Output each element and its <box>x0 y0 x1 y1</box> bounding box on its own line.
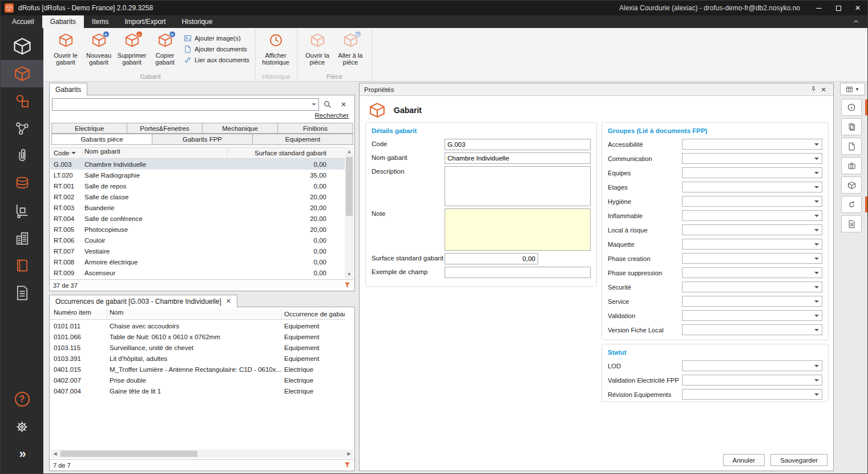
delete-gabarit-button[interactable]: − Supprimer gabarit <box>115 30 148 71</box>
minimize-button[interactable] <box>809 1 829 15</box>
category-tab[interactable]: Equipement <box>252 134 353 145</box>
gabarit-row[interactable]: LT.020 Salle Radiographie 35,00 <box>50 170 345 180</box>
gabarit-row[interactable]: RT.006 Couloir 0,00 <box>50 235 345 246</box>
group-dropdown[interactable] <box>682 182 822 192</box>
sidebar-item-logistics[interactable] <box>1 197 43 224</box>
group-dropdown[interactable] <box>682 210 822 221</box>
close-tab-icon[interactable]: ✕ <box>226 298 231 305</box>
search-input[interactable] <box>52 98 319 111</box>
maximize-button[interactable] <box>829 1 848 15</box>
gabarit-row[interactable]: RT.004 Salle de conférence 20,00 <box>50 213 345 224</box>
group-dropdown[interactable] <box>682 253 822 264</box>
sidebar-item-buildings[interactable] <box>1 224 43 252</box>
occurrences-panel-tab[interactable]: Occurrences de gabarit [G.003 - Chambre … <box>49 295 237 307</box>
category-tab[interactable]: Gabarits pièce <box>51 134 152 145</box>
new-gabarit-button[interactable]: + Nouveau gabarit <box>82 30 115 71</box>
ribbon-tab[interactable]: Accueil <box>4 15 42 28</box>
model-panel-button[interactable] <box>841 176 862 194</box>
occurrence-row[interactable]: 0407.004 Gaine tête de lit 1 Electrique <box>50 385 345 396</box>
copy-gabarit-button[interactable]: = Copier gabarit <box>148 30 181 71</box>
link-documents-button[interactable]: Lier aux documents <box>184 56 249 64</box>
layout-selector-button[interactable]: ▼ <box>840 83 865 95</box>
ribbon-tab[interactable]: Import/Export <box>116 15 173 28</box>
statut-dropdown[interactable] <box>682 375 822 385</box>
column-header-name[interactable]: Nom gabarit <box>82 148 228 158</box>
example-field[interactable] <box>445 267 591 278</box>
group-dropdown[interactable] <box>682 153 822 164</box>
sidebar-item-gabarits[interactable] <box>1 60 43 87</box>
surface-field[interactable] <box>445 253 538 264</box>
column-header-nom[interactable]: Nom <box>107 309 282 319</box>
gabarit-row[interactable]: RT.007 Vestiaire 0,00 <box>50 246 345 256</box>
gabarits-panel-tab[interactable]: Gabarits <box>49 83 87 95</box>
close-panel-button[interactable]: ✕ <box>818 85 829 95</box>
open-room-button[interactable]: Ouvrir la pièce <box>301 30 334 71</box>
group-dropdown[interactable] <box>682 224 822 235</box>
column-header-occurrence[interactable]: Occurrence de gabari... <box>282 311 345 318</box>
gabarit-row[interactable]: RT.003 Buanderie 20,00 <box>50 202 345 213</box>
group-dropdown[interactable] <box>682 196 822 207</box>
collapse-ribbon-icon[interactable] <box>849 17 863 27</box>
group-dropdown[interactable] <box>682 296 822 307</box>
statut-dropdown[interactable] <box>682 360 822 371</box>
group-dropdown[interactable] <box>682 167 822 178</box>
description-field[interactable] <box>445 166 591 206</box>
images-panel-button[interactable] <box>841 157 862 174</box>
gabarit-row[interactable]: RT.001 Salle de repos 0,00 <box>50 180 345 191</box>
sidebar-item-attachments[interactable] <box>1 142 43 170</box>
sidebar-item-documents[interactable] <box>1 279 43 307</box>
note-field[interactable] <box>445 208 591 251</box>
open-gabarit-button[interactable]: Ouvrir le gabarit <box>49 30 82 71</box>
gabarit-row[interactable]: G.003 Chambre Individuelle 0,00 <box>50 159 345 170</box>
category-tab[interactable]: Portes&Fenetres <box>127 123 203 134</box>
search-button[interactable] <box>320 98 335 111</box>
document-panel-button[interactable] <box>841 138 862 155</box>
sidebar-item-systems[interactable] <box>1 115 43 142</box>
scroll-left-icon[interactable]: ◀ <box>51 449 59 458</box>
filter-icon[interactable] <box>344 461 351 469</box>
add-images-button[interactable]: Ajouter image(s) <box>184 34 249 42</box>
group-dropdown[interactable] <box>682 267 822 278</box>
close-button[interactable]: ✕ <box>848 1 867 15</box>
show-history-button[interactable]: Afficher historique <box>259 30 292 71</box>
sync-panel-button[interactable] <box>841 196 862 213</box>
info-panel-button[interactable] <box>841 99 862 116</box>
column-header-code[interactable]: Code <box>50 148 82 158</box>
sidebar-item-home[interactable] <box>1 33 43 60</box>
ribbon-tab[interactable]: Historique <box>173 15 220 28</box>
add-documents-button[interactable]: Ajouter documents <box>184 45 249 53</box>
category-tab[interactable]: Electrique <box>51 123 127 134</box>
ribbon-tab[interactable]: Gabarits <box>42 15 84 28</box>
filter-icon[interactable] <box>344 282 351 289</box>
statut-dropdown[interactable] <box>682 389 822 400</box>
scrollbar-thumb[interactable] <box>60 451 197 457</box>
rechercher-link[interactable]: Rechercher <box>315 112 349 119</box>
sidebar-item-settings[interactable] <box>1 413 43 440</box>
group-dropdown[interactable] <box>682 324 822 335</box>
name-field[interactable] <box>445 152 591 164</box>
group-dropdown[interactable] <box>682 310 822 321</box>
sidebar-item-expand[interactable]: » <box>1 440 43 468</box>
occurrences-horizontal-scrollbar[interactable]: ◀ ▶ <box>51 449 353 458</box>
scroll-right-icon[interactable]: ▶ <box>345 449 353 458</box>
occurrence-row[interactable]: 0101.011 Chaise avec accoudoirs Equipeme… <box>50 320 345 331</box>
gabarit-row[interactable]: RT.009 Ascenseur 0,00 <box>50 267 345 278</box>
document-settings-panel-button[interactable] <box>841 215 862 232</box>
cancel-button[interactable]: Annuler <box>723 454 765 466</box>
occurrence-row[interactable]: 0401.015 M_Troffer Lumière - Antenne Rec… <box>50 364 345 375</box>
sidebar-item-reports[interactable] <box>1 252 43 279</box>
occurrence-row[interactable]: 0402.007 Prise double Electrique <box>50 375 345 385</box>
sidebar-item-items[interactable] <box>1 87 43 115</box>
save-button[interactable]: Sauvegarder <box>770 454 827 466</box>
occurrence-row[interactable]: 0101.066 Table de Nuit: 0610 x 0610 x 07… <box>50 331 345 342</box>
scroll-up-icon[interactable]: ▲ <box>345 147 354 156</box>
code-field[interactable] <box>445 139 591 150</box>
sidebar-item-finance[interactable] <box>1 170 43 197</box>
occurrence-row[interactable]: 0103.391 Lit d'hôpital, adultes Equipeme… <box>50 353 345 364</box>
occurrence-row[interactable]: 0103.115 Surveillance, unité de chevet E… <box>50 342 345 353</box>
goto-room-button[interactable]: ↻ Aller à la pièce <box>334 30 367 71</box>
copy-panel-button[interactable] <box>841 118 862 135</box>
category-tab[interactable]: Finitions <box>277 123 353 134</box>
group-dropdown[interactable] <box>682 282 822 292</box>
gabarit-row[interactable]: RT.008 Armoire électrique 0,00 <box>50 256 345 267</box>
